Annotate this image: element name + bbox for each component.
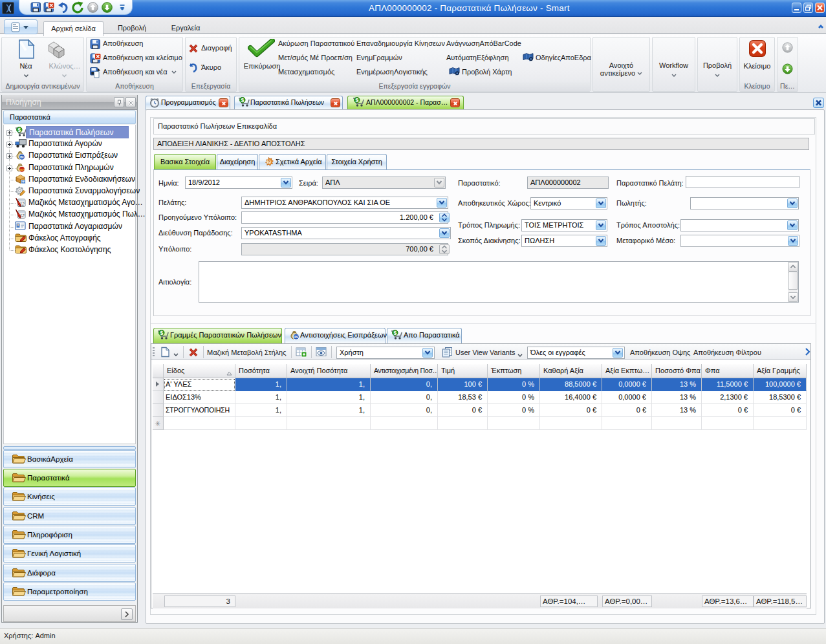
svg-text:IN: IN xyxy=(294,335,298,339)
svg-text:$: $ xyxy=(241,97,244,103)
svg-text:✳: ✳ xyxy=(155,420,160,427)
svg-text:IN: IN xyxy=(20,155,24,159)
svg-text:$: $ xyxy=(160,330,163,336)
svg-text:$: $ xyxy=(17,127,21,133)
svg-text:$: $ xyxy=(393,330,397,336)
svg-text:$: $ xyxy=(355,97,358,103)
svg-text:OUT: OUT xyxy=(19,168,25,171)
svg-text:?: ? xyxy=(268,160,270,164)
